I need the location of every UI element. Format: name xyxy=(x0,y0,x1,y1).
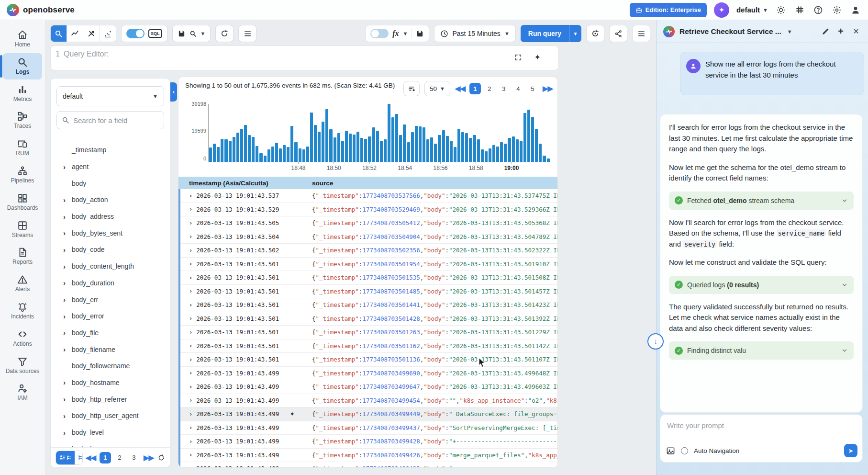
expand-row-icon[interactable]: › xyxy=(189,206,192,213)
table-row[interactable]: ›2026-03-13 19:01:43.499{"_timestamp":17… xyxy=(180,394,557,408)
table-row[interactable]: ›2026-03-13 19:01:43.501{"_timestamp":17… xyxy=(180,298,557,312)
table-row[interactable]: ›2026-03-13 19:01:43.501{"_timestamp":17… xyxy=(180,339,557,353)
histogram-bar[interactable] xyxy=(531,117,534,162)
histogram-bar[interactable] xyxy=(209,147,212,162)
histogram-bar[interactable] xyxy=(364,139,367,162)
histogram-bar[interactable] xyxy=(294,142,297,162)
histogram-bar[interactable] xyxy=(434,144,437,162)
expand-row-icon[interactable]: › xyxy=(189,384,192,390)
expand-chevron-icon[interactable]: › xyxy=(63,163,72,171)
table-row[interactable]: ›2026-03-13 19:01:43.505{"_timestamp":17… xyxy=(180,216,557,230)
first-page-icon[interactable]: ◀◀ xyxy=(455,84,465,93)
tool-status-pill[interactable]: ✓Fetched otel_demo stream schema xyxy=(669,192,854,210)
histogram-bar[interactable] xyxy=(322,122,324,162)
histogram-bar[interactable] xyxy=(523,113,526,162)
sidebar-item-metrics[interactable]: Metrics xyxy=(3,80,42,107)
histogram-bar[interactable] xyxy=(489,148,491,162)
edit-chat-icon[interactable] xyxy=(820,27,831,35)
table-row[interactable]: ›2026-03-13 19:01:43.499{"_timestamp":17… xyxy=(180,421,557,435)
sidebar-item-actions[interactable]: Actions xyxy=(3,325,42,351)
histogram-bar[interactable] xyxy=(259,153,262,162)
page-size-selector[interactable]: 50 ▼ xyxy=(424,81,450,96)
histogram-bar[interactable] xyxy=(403,124,406,162)
last-page-icon[interactable]: ▶▶ xyxy=(543,84,553,93)
table-row[interactable]: ›2026-03-13 19:01:43.499{"_timestamp":17… xyxy=(180,462,557,467)
sidebar-item-incidents[interactable]: Incidents xyxy=(3,298,42,324)
histogram-bar[interactable] xyxy=(229,141,232,162)
histogram-bar[interactable] xyxy=(221,139,223,162)
expand-row-icon[interactable]: › xyxy=(189,192,192,199)
field-item[interactable]: ›body_logger xyxy=(51,441,170,447)
histogram-bar[interactable] xyxy=(450,141,453,162)
histogram-bar[interactable] xyxy=(492,145,495,162)
time-range-selector[interactable]: Past 15 Minutes ▼ xyxy=(434,25,515,42)
histogram-bar[interactable] xyxy=(395,114,398,162)
ai-sparkle-icon[interactable]: ✦ xyxy=(534,53,541,62)
histogram-bar[interactable] xyxy=(527,110,530,162)
histogram-bar[interactable] xyxy=(345,131,348,162)
histogram-bar[interactable] xyxy=(539,144,542,162)
field-item[interactable]: ›body_bytes_sent xyxy=(51,225,170,241)
histogram-bar[interactable] xyxy=(415,126,418,162)
patterns-tab[interactable] xyxy=(100,25,116,42)
histogram-bar[interactable] xyxy=(252,137,255,162)
histogram-bar[interactable] xyxy=(485,151,488,162)
histogram-bar[interactable] xyxy=(244,125,247,162)
sidebar-item-dashboards[interactable]: Dashboards xyxy=(3,189,42,215)
histogram-bar[interactable] xyxy=(356,132,359,162)
histogram-bar[interactable] xyxy=(547,158,550,162)
send-prompt-button[interactable]: ➤ xyxy=(844,444,857,457)
histogram-bar[interactable] xyxy=(264,156,267,162)
table-row[interactable]: ›2026-03-13 19:01:43.529{"_timestamp":17… xyxy=(180,203,557,217)
expand-chevron-icon[interactable]: › xyxy=(63,378,72,386)
field-item[interactable]: ›body_action xyxy=(51,192,170,208)
histogram-bar[interactable] xyxy=(334,137,336,162)
expand-row-icon[interactable]: › xyxy=(189,315,192,322)
histogram-bar[interactable] xyxy=(236,133,239,162)
histogram-bar[interactable] xyxy=(391,117,394,162)
saved-views-control[interactable]: ▼ xyxy=(172,25,211,42)
source-column-header[interactable]: source xyxy=(310,180,557,187)
field-item[interactable]: ›body_error xyxy=(51,308,170,325)
prompt-input[interactable]: Write your prompt xyxy=(667,421,856,430)
histogram-bar[interactable] xyxy=(283,145,286,162)
stream-selector[interactable]: default ▼ xyxy=(56,86,164,106)
sidebar-item-home[interactable]: Home xyxy=(3,26,42,52)
histogram-bars[interactable] xyxy=(208,104,550,162)
histogram-bar[interactable] xyxy=(349,134,352,162)
results-page-4[interactable]: 4 xyxy=(512,83,524,94)
histogram-bar[interactable] xyxy=(446,136,449,162)
histogram-bar[interactable] xyxy=(457,129,460,162)
table-row[interactable]: ›2026-03-13 19:01:43.499✦{"_timestamp":1… xyxy=(180,407,557,421)
expand-row-icon[interactable]: › xyxy=(189,220,192,226)
histogram-bar[interactable] xyxy=(512,136,515,162)
histogram-bar[interactable] xyxy=(314,125,317,162)
share-button[interactable] xyxy=(609,25,627,42)
expand-chevron-icon[interactable]: › xyxy=(63,213,72,221)
table-row[interactable]: ›2026-03-13 19:01:43.537{"_timestamp":17… xyxy=(180,189,557,203)
fullscreen-icon[interactable] xyxy=(514,54,522,61)
expand-chevron-icon[interactable]: › xyxy=(63,412,72,420)
fields-page-2[interactable]: 2 xyxy=(114,452,125,464)
histogram-bar[interactable] xyxy=(481,149,484,162)
expand-row-icon[interactable]: › xyxy=(189,438,192,445)
sidebar-item-pipelines[interactable]: Pipelines xyxy=(3,162,42,188)
expand-chevron-icon[interactable]: › xyxy=(63,395,72,403)
collapse-fields-button[interactable]: ‹ xyxy=(170,82,177,102)
sidebar-item-iam[interactable]: IAM xyxy=(3,379,42,406)
histogram-bar[interactable] xyxy=(287,147,289,162)
histogram-bar[interactable] xyxy=(477,139,480,162)
histogram-bar[interactable] xyxy=(465,133,468,162)
histogram-bar[interactable] xyxy=(419,126,422,162)
histogram-bar[interactable] xyxy=(426,139,429,162)
histogram-bar[interactable] xyxy=(516,139,519,162)
last-page-icon[interactable]: ▶▶ xyxy=(144,453,154,462)
histogram-bar[interactable] xyxy=(496,147,499,162)
table-row[interactable]: ›2026-03-13 19:01:43.501{"_timestamp":17… xyxy=(180,353,557,367)
histogram-bar[interactable] xyxy=(275,143,278,162)
field-item[interactable]: ›body_err xyxy=(51,291,170,308)
field-item[interactable]: body xyxy=(51,175,170,192)
expand-row-icon[interactable]: › xyxy=(189,247,192,254)
table-row[interactable]: ›2026-03-13 19:01:43.499{"_timestamp":17… xyxy=(180,380,557,394)
field-item[interactable]: ›body_content_length xyxy=(51,258,170,275)
